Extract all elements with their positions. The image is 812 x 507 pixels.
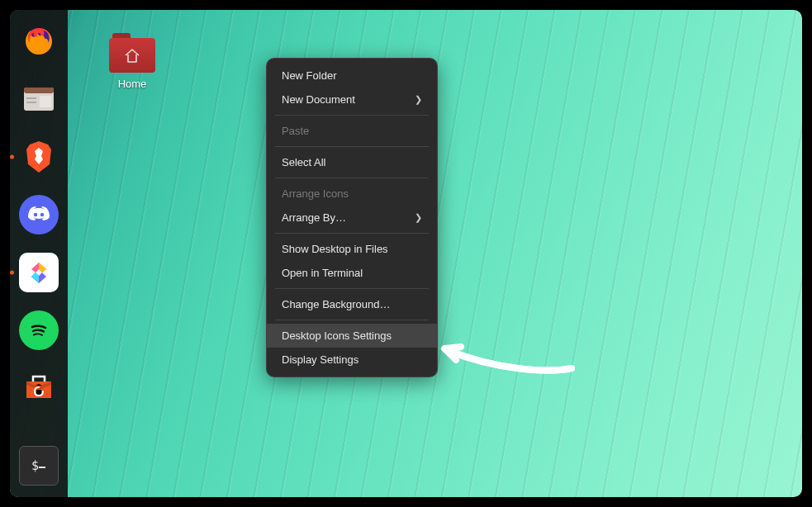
menu-arrange-icons: Arrange Icons — [267, 182, 437, 206]
menu-desktop-icons-settings[interactable]: Desktop Icons Settings — [267, 324, 437, 348]
menu-label: New Folder — [282, 69, 336, 82]
menu-change-background[interactable]: Change Background… — [267, 292, 437, 316]
dock-terminal[interactable]: $ — [19, 446, 59, 486]
desktop-screen: $ Home New Folder New Document — [10, 10, 802, 497]
clickup-icon — [26, 260, 51, 285]
chevron-right-icon: ❯ — [415, 94, 422, 105]
dock-files[interactable] — [19, 79, 59, 119]
svg-point-6 — [34, 213, 37, 216]
menu-label: Display Settings — [282, 353, 359, 366]
terminal-icon: $ — [26, 456, 51, 476]
menu-separator — [275, 146, 429, 147]
svg-point-7 — [40, 213, 44, 216]
menu-display-settings[interactable]: Display Settings — [267, 348, 437, 372]
annotation-arrow — [431, 332, 580, 381]
dock-firefox[interactable] — [19, 21, 59, 61]
firefox-icon — [22, 25, 55, 58]
chevron-right-icon: ❯ — [415, 212, 422, 223]
menu-separator — [275, 320, 429, 320]
dock-software[interactable] — [19, 368, 59, 408]
menu-label: Arrange By… — [282, 211, 346, 224]
dock-spotify[interactable] — [19, 310, 59, 350]
menu-separator — [275, 233, 429, 234]
dock-brave[interactable] — [19, 137, 59, 177]
home-icon — [122, 45, 142, 65]
menu-label: Desktop Icons Settings — [282, 329, 392, 342]
menu-label: Paste — [282, 125, 309, 137]
svg-rect-5 — [40, 96, 51, 107]
spotify-icon — [27, 319, 50, 342]
menu-label: Open in Terminal — [282, 267, 363, 279]
desktop-area[interactable]: Home New Folder New Document ❯ Paste Sel… — [68, 10, 802, 497]
menu-label: Select All — [282, 156, 325, 168]
svg-rect-4 — [26, 102, 36, 103]
menu-label: New Document — [282, 93, 355, 106]
dock-indicator — [10, 271, 14, 275]
menu-new-folder[interactable]: New Folder — [267, 64, 437, 88]
menu-open-in-terminal[interactable]: Open in Terminal — [267, 261, 437, 285]
desktop-icon-label: Home — [118, 78, 147, 90]
menu-label: Arrange Icons — [282, 187, 349, 200]
menu-paste: Paste — [267, 119, 437, 143]
brave-icon — [23, 140, 55, 174]
folder-icon — [109, 33, 155, 73]
menu-label: Change Background… — [282, 298, 391, 310]
menu-separator — [275, 288, 429, 289]
menu-select-all[interactable]: Select All — [267, 150, 437, 174]
svg-rect-2 — [24, 88, 54, 93]
menu-separator — [275, 115, 429, 116]
dock-clickup[interactable] — [19, 253, 59, 292]
svg-rect-9 — [39, 467, 45, 468]
svg-text:$: $ — [31, 458, 39, 473]
menu-new-document[interactable]: New Document ❯ — [267, 88, 437, 111]
menu-arrange-by[interactable]: Arrange By… ❯ — [267, 206, 437, 230]
menu-separator — [275, 178, 429, 178]
dock-discord[interactable] — [19, 195, 59, 235]
discord-icon — [27, 206, 50, 224]
menu-label: Show Desktop in Files — [282, 243, 388, 255]
dock-indicator — [10, 155, 14, 159]
menu-show-desktop-in-files[interactable]: Show Desktop in Files — [267, 237, 437, 261]
software-icon — [21, 372, 56, 405]
dock: $ — [10, 10, 68, 497]
desktop-context-menu: New Folder New Document ❯ Paste Select A… — [266, 58, 438, 377]
svg-rect-3 — [26, 97, 36, 99]
files-icon — [21, 83, 56, 116]
desktop-home-folder[interactable]: Home — [99, 33, 165, 90]
